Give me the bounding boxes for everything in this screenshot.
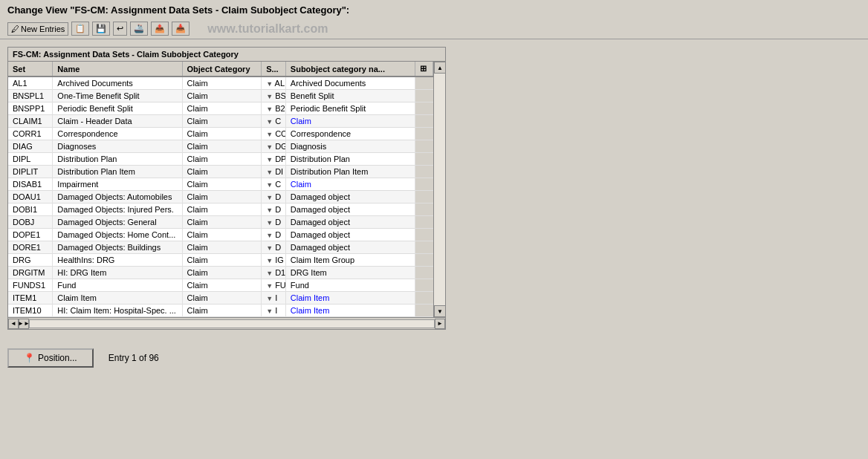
cell-s: ▼ C <box>262 178 286 191</box>
table-row[interactable]: CORR1CorrespondenceClaim▼ COCorresponden… <box>8 128 433 140</box>
cell-subcat[interactable]: Claim Item <box>285 305 415 317</box>
cell-s: ▼ BS <box>262 90 286 102</box>
cell-s: ▼ I <box>262 292 286 305</box>
table-row[interactable]: DIAGDiagnosesClaim▼ DGDiagnosis <box>8 140 433 153</box>
cell-set: ITEM10 <box>8 305 53 317</box>
col-header-subcat: Subobject category na... <box>285 62 415 76</box>
cell-set: DIPLIT <box>8 166 53 178</box>
subcat-link[interactable]: Claim Item <box>291 306 330 315</box>
scroll-up-button[interactable]: ▲ <box>434 62 446 74</box>
subcat-link[interactable]: Claim Item <box>291 293 330 302</box>
new-entries-button[interactable]: 🖊 New Entries <box>7 22 68 36</box>
cell-obj-cat: Claim <box>182 128 262 140</box>
table-row[interactable]: FUNDS1FundClaim▼ FUFund <box>8 279 433 292</box>
import-icon: 📥 <box>175 24 186 33</box>
entry-info: Entry 1 of 96 <box>108 353 159 363</box>
table-row[interactable]: BNSPP1Periodic Benefit SplitClaim▼ B2Per… <box>8 102 433 115</box>
watermark: www.tutorialkart.com <box>207 22 328 36</box>
table-row[interactable]: ITEM1Claim ItemClaim▼ IClaim Item <box>8 292 433 305</box>
cell-set: DRG <box>8 254 53 267</box>
copy-button[interactable]: 📋 <box>71 22 89 36</box>
cell-s: ▼ D <box>262 241 286 254</box>
table-row[interactable]: ITEM10HI: Claim Item: Hospital-Spec. ...… <box>8 305 433 317</box>
vertical-scrollbar[interactable]: ▲ ▼ <box>433 62 445 317</box>
subcat-link[interactable]: Claim <box>291 180 311 189</box>
cell-set: CORR1 <box>8 128 53 140</box>
table-row[interactable]: DIPLITDistribution Plan ItemClaim▼ DIDis… <box>8 166 433 178</box>
cell-subcat[interactable]: Claim <box>285 115 415 128</box>
table-row[interactable]: DOAU1Damaged Objects: AutomobilesClaim▼ … <box>8 191 433 204</box>
cell-name: Distribution Plan Item <box>53 166 182 178</box>
table-row[interactable]: DOBJDamaged Objects: GeneralClaim▼ DDama… <box>8 216 433 229</box>
cell-set: DRGITM <box>8 267 53 279</box>
table-row[interactable]: DRGHealthIns: DRGClaim▼ IGClaim Item Gro… <box>8 254 433 267</box>
cell-subcat[interactable]: Claim Item <box>285 292 415 305</box>
cell-subcat: Claim Item Group <box>285 254 415 267</box>
scroll-track[interactable] <box>434 74 445 305</box>
main-content: FS-CM: Assignment Data Sets - Claim Subo… <box>0 39 868 337</box>
h-scroll-right-btn[interactable]: ► <box>435 319 445 329</box>
cell-name: Damaged Objects: Buildings <box>53 241 182 254</box>
table-row[interactable]: DOPE1Damaged Objects: Home Cont...Claim▼… <box>8 229 433 241</box>
undo-button[interactable]: ↩ <box>113 22 127 36</box>
table-row[interactable]: DORE1Damaged Objects: BuildingsClaim▼ DD… <box>8 241 433 254</box>
cell-name: Claim Item <box>53 292 182 305</box>
col-header-s: S... <box>262 62 286 76</box>
cell-name: Correspondence <box>53 128 182 140</box>
horizontal-scrollbar[interactable]: ◄ ►► ► <box>7 318 446 330</box>
import-button[interactable]: 📥 <box>172 22 190 36</box>
cell-set: DOPE1 <box>8 229 53 241</box>
transport-button[interactable]: 🚢 <box>130 22 148 36</box>
cell-obj-cat: Claim <box>182 267 262 279</box>
cell-obj-cat: Claim <box>182 241 262 254</box>
cell-name: Fund <box>53 279 182 292</box>
cell-s: ▼ DI <box>262 166 286 178</box>
copy-icon: 📋 <box>75 24 85 33</box>
cell-obj-cat: Claim <box>182 115 262 128</box>
cell-subcat: Benefit Split <box>285 90 415 102</box>
column-settings-icon[interactable]: ⊞ <box>420 64 427 73</box>
scroll-left-button[interactable]: ◄ <box>8 319 19 329</box>
cell-subcat: Damaged object <box>285 229 415 241</box>
table-row[interactable]: DOBI1Damaged Objects: Injured Pers.Claim… <box>8 204 433 216</box>
cell-set: FUNDS1 <box>8 279 53 292</box>
window-title: Change View "FS-CM: Assignment Data Sets… <box>0 0 868 19</box>
h-scroll-track[interactable] <box>29 319 435 328</box>
position-icon: 📍 <box>24 353 35 363</box>
scroll-down-button[interactable]: ▼ <box>434 305 446 317</box>
cell-obj-cat: Claim <box>182 204 262 216</box>
position-button[interactable]: 📍 Position... <box>7 348 94 368</box>
cell-subcat[interactable]: Claim <box>285 178 415 191</box>
cell-name: Damaged Objects: General <box>53 216 182 229</box>
col-header-objcat: Object Category <box>182 62 262 76</box>
cell-name: Damaged Objects: Automobiles <box>53 191 182 204</box>
cell-name: Distribution Plan <box>53 153 182 166</box>
cell-obj-cat: Claim <box>182 166 262 178</box>
export-button[interactable]: 📤 <box>151 22 169 36</box>
table-row[interactable]: DRGITMHI: DRG ItemClaim▼ D1DRG Item <box>8 267 433 279</box>
cell-set: CLAIM1 <box>8 115 53 128</box>
cell-obj-cat: Claim <box>182 216 262 229</box>
subcat-link[interactable]: Claim <box>291 117 311 126</box>
table-row[interactable]: AL1Archived DocumentsClaim▼ ALArchived D… <box>8 76 433 90</box>
toolbar: 🖊 New Entries 📋 💾 ↩ 🚢 📤 📥 www.tutorialka… <box>0 19 868 39</box>
cell-obj-cat: Claim <box>182 102 262 115</box>
cell-set: AL1 <box>8 76 53 90</box>
table-row[interactable]: DISAB1ImpairmentClaim▼ CClaim <box>8 178 433 191</box>
cell-obj-cat: Claim <box>182 229 262 241</box>
cell-s: ▼ IG <box>262 254 286 267</box>
cell-s: ▼ C <box>262 115 286 128</box>
table-header: Set Name Object Category S... Subobject … <box>8 62 433 76</box>
cell-subcat: Correspondence <box>285 128 415 140</box>
cell-subcat: Damaged object <box>285 191 415 204</box>
table-row[interactable]: CLAIM1Claim - Header DataClaim▼ CClaim <box>8 115 433 128</box>
cell-name: HI: DRG Item <box>53 267 182 279</box>
cell-s: ▼ D <box>262 204 286 216</box>
table-row[interactable]: BNSPL1One-Time Benefit SplitClaim▼ BSBen… <box>8 90 433 102</box>
footer: 📍 Position... Entry 1 of 96 <box>0 337 868 379</box>
save-button[interactable]: 💾 <box>92 22 110 36</box>
table-row[interactable]: DIPLDistribution PlanClaim▼ DPDistributi… <box>8 153 433 166</box>
scroll-right-arrows[interactable]: ►► <box>19 319 29 329</box>
cell-set: BNSPP1 <box>8 102 53 115</box>
cell-obj-cat: Claim <box>182 76 262 90</box>
